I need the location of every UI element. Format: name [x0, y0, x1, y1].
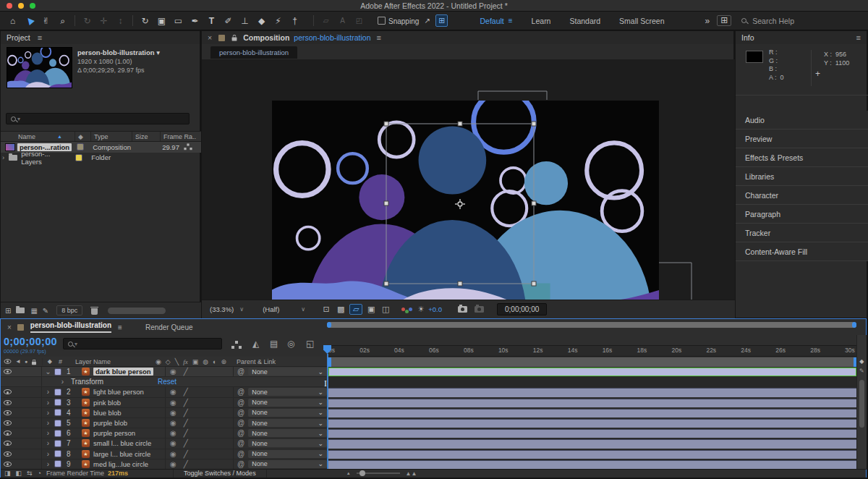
layer-label-color[interactable]: [54, 368, 61, 376]
project-row-folder[interactable]: › person-... Layers Folder: [1, 153, 201, 164]
home-tool[interactable]: ⌂: [4, 12, 21, 30]
layer-track[interactable]: [327, 418, 856, 428]
collapse-switch-icon[interactable]: ◇: [166, 358, 171, 365]
transparency-grid-icon[interactable]: ▩: [333, 305, 348, 314]
render-time-pane-icon[interactable]: ◨: [4, 470, 11, 477]
layer-row-8[interactable]: › 8 ★ large l... blue circle ◉╱ @ None⌄: [1, 449, 856, 459]
close-panel-icon[interactable]: ×: [208, 33, 212, 42]
parent-dropdown[interactable]: None⌄: [248, 399, 327, 407]
bit-depth-button[interactable]: 8 bpc: [56, 305, 82, 315]
layer-shy-icon[interactable]: ◉: [170, 409, 176, 417]
layer-shy-icon[interactable]: ◉: [170, 388, 176, 396]
layer-shy-icon[interactable]: ◉: [170, 439, 176, 447]
frame-blend-switch-icon[interactable]: ▣: [192, 358, 199, 365]
timeline-search-input[interactable]: ▾: [63, 338, 222, 349]
vertical-scrollbar[interactable]: [859, 380, 864, 428]
adjustment-switch-icon[interactable]: ◐: [213, 358, 216, 365]
layer-label-color[interactable]: [54, 450, 61, 457]
exposure-value[interactable]: +0.0: [428, 305, 442, 313]
snap-angle-icon[interactable]: ↗: [419, 12, 435, 30]
dolly-camera-tool[interactable]: ↕: [112, 12, 129, 30]
layer-duration-bar[interactable]: [328, 388, 856, 397]
layer-name[interactable]: purple blob: [93, 418, 166, 428]
snapping-toggle[interactable]: Snapping: [378, 17, 419, 25]
parent-dropdown[interactable]: None⌄: [248, 429, 327, 437]
layer-row-1[interactable]: ⌄ 1 ★ dark blue person ◉╱ @ None⌄: [1, 367, 856, 377]
project-tab-label[interactable]: Project: [7, 33, 30, 42]
panel-tab-effects-presets[interactable]: Effects & Presets: [736, 148, 868, 167]
item-label-color[interactable]: [75, 154, 82, 161]
project-settings-icon[interactable]: ✎: [43, 307, 48, 315]
layer-track[interactable]: [327, 449, 856, 459]
eraser-tool[interactable]: ◆: [253, 12, 270, 30]
preview-time[interactable]: 0;00;00;00: [497, 303, 547, 315]
current-time-display[interactable]: 0;00;00;00 00000 (29.97 fps): [4, 336, 61, 355]
layer-duration-bar[interactable]: [328, 419, 856, 428]
parent-link-column-label[interactable]: Parent & Link: [237, 358, 276, 365]
interpret-footage-icon[interactable]: ⊞: [5, 307, 11, 315]
layer-label-color[interactable]: [54, 399, 61, 406]
parent-dropdown[interactable]: None⌄: [248, 460, 327, 468]
item-name[interactable]: person-... Layers: [21, 150, 72, 166]
item-label-color[interactable]: [77, 143, 84, 151]
search-options-caret[interactable]: ▾: [17, 116, 20, 122]
layer-row-4[interactable]: › 4 ★ blue blob ◉╱ @ None⌄: [1, 408, 856, 418]
layer-track[interactable]: [327, 398, 856, 408]
horizontal-scrollbar[interactable]: [108, 308, 166, 314]
property-chevron[interactable]: ›: [42, 377, 64, 386]
exposure-reset-icon[interactable]: ☀: [414, 305, 428, 314]
layer-name[interactable]: purple person: [93, 428, 166, 438]
switches-pane-icon[interactable]: ◧: [16, 470, 22, 477]
graph-editor-icon[interactable]: ◱: [306, 339, 314, 349]
layer-track[interactable]: [327, 428, 856, 438]
label-column-icon[interactable]: ◆: [48, 358, 52, 365]
layer-label-color[interactable]: [54, 389, 61, 396]
layer-visibility-eye-icon[interactable]: [4, 452, 12, 457]
panel-tab-libraries[interactable]: Libraries: [736, 167, 868, 186]
panel-tab-character[interactable]: Character: [736, 186, 868, 205]
project-search-input[interactable]: ▾: [6, 113, 190, 124]
draft-3d-icon[interactable]: ◭: [252, 339, 259, 349]
layer-track[interactable]: [327, 367, 856, 377]
layer-collapse-chevron[interactable]: ›: [42, 387, 54, 397]
layer-duration-bar[interactable]: [328, 439, 856, 448]
roto-brush-tool[interactable]: ⚡: [270, 12, 286, 30]
parent-dropdown[interactable]: None⌄: [248, 409, 327, 417]
layer-visibility-eye-icon[interactable]: [4, 400, 12, 405]
viewer-tab[interactable]: person-blob-illustration: [210, 46, 297, 59]
snap-features-icon[interactable]: ⊞: [435, 14, 448, 27]
layer-duration-bar[interactable]: [328, 399, 856, 407]
layer-label-color[interactable]: [54, 460, 61, 467]
transform-property-row[interactable]: › Transform Reset: [1, 377, 856, 387]
puppet-pin-tool[interactable]: †: [286, 12, 303, 30]
close-tab-icon[interactable]: ×: [7, 323, 12, 331]
workspace-default[interactable]: Default: [480, 17, 503, 25]
marker-bin-icon[interactable]: ◆: [857, 358, 867, 365]
guides-options-icon[interactable]: ◫: [378, 305, 393, 314]
hand-tool[interactable]: ✌: [38, 12, 54, 30]
layer-quality-icon[interactable]: ╱: [184, 399, 188, 407]
tab-menu-icon[interactable]: ≡: [118, 323, 122, 331]
column-type[interactable]: Type: [91, 132, 132, 141]
panel-menu-icon[interactable]: ≡: [856, 33, 861, 42]
layer-row-7[interactable]: › 7 ★ small l... blue circle ◉╱ @ None⌄: [1, 438, 856, 449]
layer-name[interactable]: med lig...lue circle: [93, 459, 166, 469]
info-tab-label[interactable]: Info: [741, 33, 754, 42]
workspace-standard[interactable]: Standard: [569, 17, 600, 25]
layer-quality-icon[interactable]: ╱: [184, 439, 188, 447]
layer-name[interactable]: light blue person: [93, 387, 166, 397]
workspace-overflow-chevron[interactable]: »: [705, 16, 710, 26]
zoom-slider-knob[interactable]: [359, 470, 365, 476]
time-pane-icon[interactable]: ◔: [38, 470, 41, 477]
layer-quality-icon[interactable]: ╱: [184, 450, 188, 458]
layer-collapse-chevron[interactable]: ›: [42, 418, 54, 428]
pickwhip-icon[interactable]: @: [237, 429, 244, 437]
zoom-tool[interactable]: ⌕: [54, 12, 71, 30]
type-tool[interactable]: T: [203, 12, 220, 30]
snapping-checkbox[interactable]: [378, 17, 386, 25]
trash-icon[interactable]: [91, 308, 98, 315]
layer-visibility-eye-icon[interactable]: [4, 420, 12, 425]
toggle-switches-modes-button[interactable]: Toggle Switches / Modes: [173, 470, 267, 478]
column-label-icon[interactable]: ◆: [75, 132, 91, 141]
layer-duration-bar[interactable]: [328, 460, 856, 469]
